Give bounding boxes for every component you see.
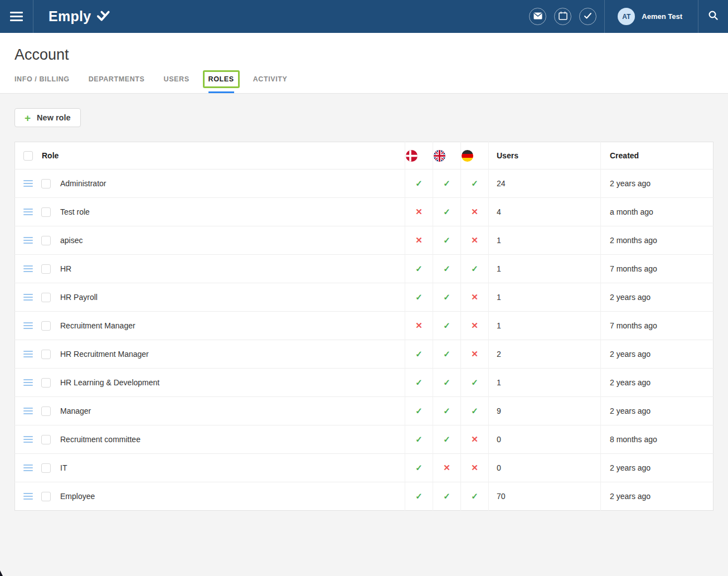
brand-name: Emply: [48, 8, 91, 25]
row-checkbox[interactable]: [41, 236, 51, 245]
drag-handle-icon[interactable]: [23, 350, 33, 359]
created-time: 7 months ago: [610, 264, 657, 273]
row-checkbox[interactable]: [41, 264, 51, 274]
created-time: 2 years ago: [610, 378, 651, 387]
check-icon: ✓: [415, 491, 423, 501]
check-icon: ✓: [443, 235, 450, 245]
role-name[interactable]: Test role: [60, 207, 90, 216]
role-name[interactable]: apisec: [60, 236, 82, 245]
check-icon: ✓: [471, 377, 478, 387]
row-checkbox[interactable]: [41, 350, 51, 359]
tab-roles[interactable]: ROLES: [208, 75, 234, 93]
check-icon: ✓: [443, 178, 450, 188]
role-name[interactable]: IT: [60, 463, 67, 472]
tab-users[interactable]: USERS: [164, 75, 190, 93]
role-name[interactable]: Administrator: [60, 179, 106, 188]
drag-handle-icon[interactable]: [23, 265, 33, 273]
table-row: HR✓✓✓17 months ago: [15, 255, 714, 283]
check-icon: ✓: [471, 178, 478, 188]
users-count: 70: [497, 492, 506, 501]
tab-departments[interactable]: DEPARTMENTS: [89, 75, 145, 93]
drag-handle-icon[interactable]: [23, 492, 33, 501]
drag-handle-icon[interactable]: [23, 379, 33, 387]
check-icon: ✓: [415, 178, 423, 188]
row-checkbox[interactable]: [41, 293, 51, 302]
users-count: 1: [497, 293, 501, 302]
check-icon: ✓: [415, 264, 423, 273]
cross-icon: ✕: [471, 463, 478, 472]
role-name[interactable]: Employee: [60, 492, 95, 501]
users-column-header: Users: [489, 142, 601, 170]
check-icon: ✓: [471, 264, 478, 273]
created-time: 2 years ago: [610, 406, 651, 415]
cross-icon: ✕: [443, 463, 450, 472]
table-row: IT✓✕✕02 years ago: [15, 454, 714, 482]
page-title: Account: [14, 33, 714, 64]
drag-handle-icon[interactable]: [23, 407, 33, 415]
cross-icon: ✕: [471, 207, 478, 216]
search-icon: [708, 10, 719, 23]
table-row: HR Learning & Development✓✓✓12 years ago: [15, 369, 714, 397]
brand-logo[interactable]: Emply: [48, 8, 110, 25]
users-count: 0: [497, 435, 501, 444]
drag-handle-icon[interactable]: [23, 208, 33, 216]
table-row: HR Payroll✓✓✕12 years ago: [15, 283, 714, 312]
table-row: Manager✓✓✓92 years ago: [15, 397, 714, 425]
row-checkbox[interactable]: [41, 207, 51, 217]
cursor-artifact: [0, 570, 3, 576]
tab-activity[interactable]: ACTIVITY: [253, 75, 288, 93]
check-icon: ✓: [415, 434, 423, 444]
tasks-button[interactable]: [579, 8, 596, 25]
hamburger-menu-button[interactable]: [0, 0, 33, 33]
tab-info-billing[interactable]: INFO / BILLING: [14, 75, 70, 93]
account-tabs: INFO / BILLING DEPARTMENTS USERS ROLES A…: [14, 75, 714, 93]
created-time: 2 years ago: [610, 463, 651, 472]
emply-logo-icon: [96, 8, 110, 25]
row-checkbox[interactable]: [41, 435, 51, 444]
new-role-button[interactable]: + New role: [14, 108, 81, 127]
users-count: 1: [497, 236, 501, 245]
role-name[interactable]: Recruitment committee: [60, 435, 140, 444]
messages-button[interactable]: [529, 8, 546, 25]
check-icon: ✓: [443, 292, 450, 302]
roles-table: Role: [14, 142, 714, 511]
drag-handle-icon[interactable]: [23, 435, 33, 444]
row-checkbox[interactable]: [41, 463, 51, 473]
check-icon: ✓: [443, 406, 450, 415]
plus-icon: +: [25, 113, 31, 123]
drag-handle-icon[interactable]: [23, 322, 33, 330]
user-menu[interactable]: AT Aemen Test: [605, 0, 698, 33]
row-checkbox[interactable]: [41, 406, 51, 416]
select-all-checkbox[interactable]: [23, 151, 33, 161]
navbar-actions: AT Aemen Test: [529, 0, 728, 33]
users-count: 1: [497, 378, 501, 387]
new-role-label: New role: [37, 113, 70, 122]
calendar-button[interactable]: [554, 8, 571, 25]
created-time: a month ago: [610, 207, 653, 216]
role-name[interactable]: HR Recruitment Manager: [60, 350, 149, 359]
page-header: Account INFO / BILLING DEPARTMENTS USERS…: [0, 33, 728, 94]
row-checkbox[interactable]: [41, 179, 51, 188]
search-button[interactable]: [698, 0, 728, 33]
role-name[interactable]: HR Payroll: [60, 293, 98, 302]
cross-icon: ✕: [415, 235, 423, 245]
hamburger-icon: [10, 9, 23, 23]
created-column-header: Created: [601, 142, 714, 170]
drag-handle-icon[interactable]: [23, 180, 33, 188]
role-name[interactable]: HR: [60, 264, 71, 273]
row-checkbox[interactable]: [41, 321, 51, 331]
table-row: Recruitment Manager✕✓✕17 months ago: [15, 312, 714, 340]
row-checkbox[interactable]: [41, 492, 51, 501]
role-name[interactable]: HR Learning & Development: [60, 378, 159, 387]
tab-roles-label: ROLES: [208, 75, 234, 83]
drag-handle-icon[interactable]: [23, 293, 33, 302]
role-name[interactable]: Recruitment Manager: [60, 321, 135, 330]
check-icon: ✓: [471, 491, 478, 501]
drag-handle-icon[interactable]: [23, 236, 33, 245]
drag-handle-icon[interactable]: [23, 464, 33, 472]
check-icon: ✓: [415, 292, 423, 302]
table-row: apisec✕✓✕12 months ago: [15, 226, 714, 255]
role-name[interactable]: Manager: [60, 406, 91, 415]
users-count: 2: [497, 350, 501, 359]
row-checkbox[interactable]: [41, 378, 51, 388]
